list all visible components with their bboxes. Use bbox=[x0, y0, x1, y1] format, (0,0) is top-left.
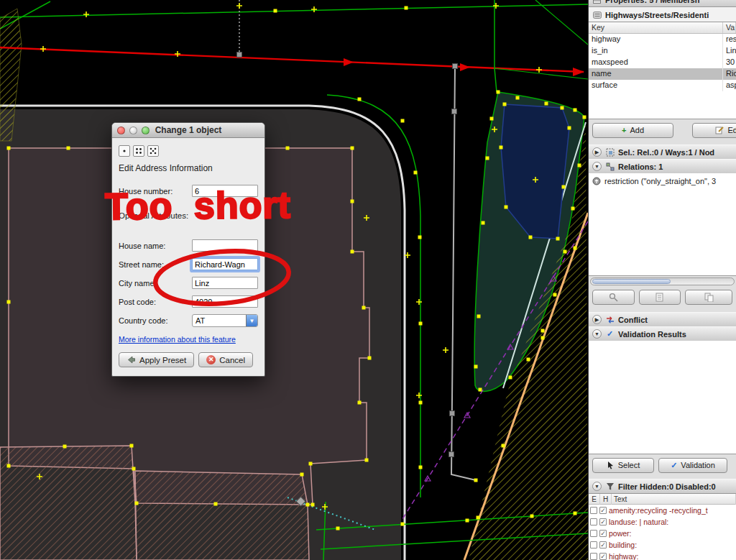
list-item[interactable]: restriction ("only_straight_on", 3 bbox=[589, 173, 736, 188]
check-icon: ✓ bbox=[605, 329, 615, 339]
scrollbar-thumb[interactable] bbox=[592, 279, 671, 284]
apply-one-icon[interactable] bbox=[119, 145, 130, 157]
conflict-icon bbox=[605, 315, 615, 324]
filter-panel-header[interactable]: ▼ Filter Hidden:0 Disabled:0 bbox=[589, 479, 736, 494]
change-object-dialog: Change 1 object bbox=[111, 122, 265, 377]
zoom-window-icon[interactable] bbox=[142, 127, 150, 134]
edit-tag-button[interactable]: Edit bbox=[692, 123, 736, 138]
filter-col-h[interactable]: H bbox=[600, 494, 612, 505]
house-number-field[interactable] bbox=[192, 185, 258, 197]
relations-list: restriction ("only_straight_on", 3 bbox=[589, 173, 736, 276]
selection-panel-header[interactable]: ▶ Sel.: Rel.:0 / Ways:1 / Nod bbox=[589, 144, 736, 160]
table-row-selected[interactable]: nameRic bbox=[589, 68, 736, 80]
apply-four-icon[interactable] bbox=[133, 145, 144, 157]
filter-col-text[interactable]: Text bbox=[612, 494, 736, 505]
relation-toolbar bbox=[589, 288, 736, 306]
filter-row[interactable]: building: bbox=[589, 539, 736, 551]
duplicate-relation-button[interactable] bbox=[685, 290, 732, 305]
hide-checkbox[interactable] bbox=[599, 507, 607, 514]
enable-checkbox[interactable] bbox=[590, 518, 597, 525]
feature-info-link[interactable]: More information about this feature bbox=[119, 335, 236, 344]
close-window-icon[interactable] bbox=[117, 127, 125, 134]
minimize-window-icon[interactable] bbox=[129, 127, 137, 134]
plus-icon: + bbox=[622, 126, 626, 134]
table-row[interactable]: highwayres bbox=[589, 34, 736, 45]
country-code-value: AT bbox=[193, 315, 246, 326]
relations-icon bbox=[605, 162, 615, 171]
copy-icon bbox=[704, 293, 714, 302]
check-icon: ✓ bbox=[671, 461, 677, 470]
table-row[interactable]: is_inLin bbox=[589, 45, 736, 57]
disclosure-icon[interactable]: ▶ bbox=[592, 315, 602, 324]
country-code-select[interactable]: AT ▼ bbox=[192, 314, 258, 327]
enable-checkbox[interactable] bbox=[590, 553, 597, 560]
street-name-field[interactable] bbox=[192, 258, 258, 270]
house-number-label: House number: bbox=[119, 187, 192, 196]
hide-checkbox[interactable] bbox=[599, 553, 607, 560]
city-name-label: City name: bbox=[119, 279, 192, 288]
select-relation-button[interactable] bbox=[592, 290, 635, 305]
city-name-field[interactable] bbox=[192, 277, 258, 289]
post-code-field[interactable] bbox=[192, 295, 258, 308]
preset-header[interactable]: Highways/Streets/Residenti bbox=[589, 7, 736, 22]
filter-col-e[interactable]: E bbox=[589, 494, 600, 505]
cursor-icon bbox=[607, 461, 615, 469]
relations-panel-header[interactable]: ▼ Relations: 1 bbox=[589, 159, 736, 174]
document-icon bbox=[656, 293, 663, 302]
relation-item-text: restriction ("only_straight_on", 3 bbox=[604, 177, 716, 185]
table-row[interactable]: surfaceasp bbox=[589, 80, 736, 91]
dialog-titlebar[interactable]: Change 1 object bbox=[112, 123, 264, 138]
disclosure-icon[interactable]: ▼ bbox=[592, 482, 602, 491]
tag-buttons: + Add Edit bbox=[589, 119, 736, 141]
post-code-label: Post code: bbox=[119, 298, 192, 306]
hide-checkbox[interactable] bbox=[599, 518, 607, 525]
house-name-label: House name: bbox=[119, 242, 192, 250]
edit-icon bbox=[715, 126, 724, 135]
apply-preset-button[interactable]: Apply Preset bbox=[119, 352, 194, 367]
tags-col-value[interactable]: Va bbox=[723, 22, 736, 33]
validation-results-area bbox=[589, 341, 736, 454]
sidebar: Properties: 5 / Membersh Highways/Street… bbox=[588, 0, 736, 560]
filter-row[interactable]: power: bbox=[589, 528, 736, 539]
apply-arrow-icon bbox=[126, 355, 136, 364]
add-tag-button[interactable]: + Add bbox=[592, 123, 673, 138]
table-row[interactable]: maxspeed30 bbox=[589, 57, 736, 68]
filter-row[interactable]: landuse: | natural: bbox=[589, 516, 736, 528]
preset-icon bbox=[592, 10, 602, 19]
validation-button[interactable]: ✓ Validation bbox=[658, 458, 727, 473]
tags-col-key[interactable]: Key bbox=[589, 22, 723, 33]
disclosure-icon[interactable]: ▶ bbox=[592, 147, 602, 157]
filter-row[interactable]: highway: bbox=[589, 551, 736, 560]
validation-buttons: Select ✓ Validation bbox=[589, 455, 736, 475]
validation-panel-header[interactable]: ▼ ✓ Validation Results bbox=[589, 326, 736, 341]
properties-panel-header[interactable]: Properties: 5 / Membersh bbox=[589, 0, 736, 7]
street-name-label: Street name: bbox=[119, 260, 192, 269]
chevron-down-icon: ▼ bbox=[246, 315, 257, 326]
properties-icon bbox=[592, 0, 602, 4]
conflict-panel-header[interactable]: ▶ Conflict bbox=[589, 312, 736, 327]
selection-icon bbox=[605, 147, 615, 157]
enable-checkbox[interactable] bbox=[590, 507, 597, 514]
edit-relation-button[interactable] bbox=[639, 290, 681, 305]
restriction-icon bbox=[592, 176, 601, 185]
cancel-button[interactable]: ✕ Cancel bbox=[198, 352, 253, 367]
dialog-heading: Edit Address Information bbox=[119, 163, 258, 173]
filter-table: E H Text amenity:recycling -recycling_t … bbox=[589, 494, 736, 560]
enable-checkbox[interactable] bbox=[590, 530, 597, 537]
enable-checkbox[interactable] bbox=[590, 541, 597, 548]
hide-checkbox[interactable] bbox=[599, 541, 607, 548]
map-canvas[interactable] bbox=[0, 0, 588, 560]
horizontal-scrollbar[interactable] bbox=[590, 277, 735, 285]
magnifier-icon bbox=[609, 293, 618, 302]
house-name-field[interactable] bbox=[192, 239, 258, 252]
disclosure-icon[interactable]: ▼ bbox=[592, 329, 602, 339]
disclosure-icon[interactable]: ▼ bbox=[592, 162, 602, 171]
apply-five-icon[interactable] bbox=[147, 145, 159, 157]
dialog-title: Change 1 object bbox=[155, 125, 222, 135]
filter-row[interactable]: amenity:recycling -recycling_t bbox=[589, 505, 736, 516]
filter-funnel-icon bbox=[605, 482, 615, 491]
tags-table: Key Va highwayres is_inLin maxspeed30 na… bbox=[589, 22, 736, 119]
select-button[interactable]: Select bbox=[592, 458, 654, 473]
hide-checkbox[interactable] bbox=[599, 530, 607, 537]
optional-attributes-heading: Optional Attributes: bbox=[119, 211, 258, 220]
